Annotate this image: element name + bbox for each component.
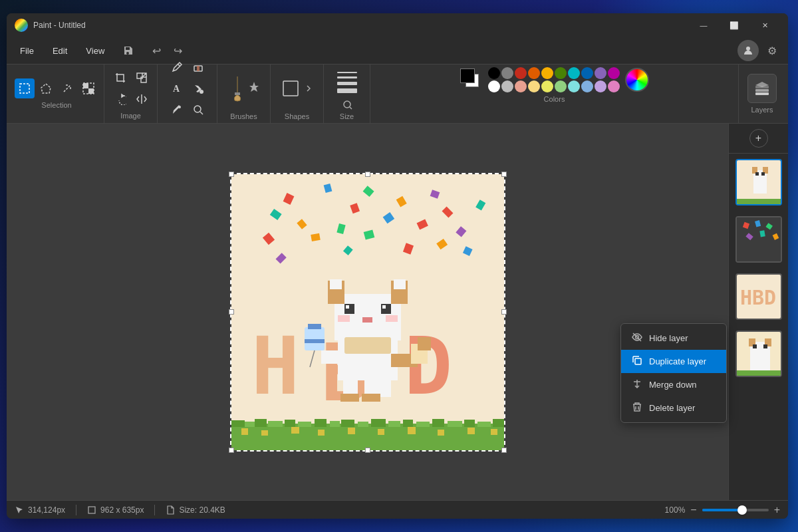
svg-rect-97: [378, 429, 384, 435]
color-selector[interactable]: [460, 68, 483, 91]
svg-rect-50: [394, 279, 406, 289]
color-picker-tool[interactable]: [167, 100, 187, 120]
zoom-thumb[interactable]: [737, 505, 747, 515]
context-hide-layer-label: Hide layer: [649, 333, 688, 343]
svg-rect-126: [737, 370, 782, 377]
color-green-dark[interactable]: [555, 67, 567, 79]
flip-tool[interactable]: [132, 89, 152, 109]
text-tool[interactable]: A: [167, 78, 187, 98]
selection-invert-tool[interactable]: [78, 78, 98, 98]
file-size: Size: 20.4KB: [166, 505, 225, 515]
svg-rect-124: [763, 344, 767, 348]
svg-rect-17: [755, 89, 769, 92]
svg-rect-130: [88, 507, 95, 513]
svg-rect-74: [245, 422, 255, 427]
fill-tool[interactable]: [188, 78, 208, 98]
svg-rect-81: [341, 420, 354, 427]
color-pink[interactable]: [515, 80, 527, 92]
svg-rect-76: [268, 421, 283, 427]
layer-3-thumbnail[interactable]: HBD: [735, 273, 782, 320]
selection-rect-tool[interactable]: [15, 78, 35, 98]
shapes-group: Shapes: [271, 65, 324, 123]
color-yellow-dark[interactable]: [541, 67, 553, 79]
menu-file[interactable]: File: [12, 43, 42, 59]
rotate-tool[interactable]: [110, 89, 130, 109]
copy-icon: [632, 355, 642, 368]
resize-tool[interactable]: [132, 68, 152, 88]
svg-rect-80: [330, 421, 340, 427]
context-merge-down[interactable]: Merge down: [621, 373, 726, 396]
zoom-slider[interactable]: [702, 509, 769, 511]
selection-free-tool[interactable]: [36, 78, 56, 98]
svg-rect-107: [761, 172, 765, 176]
color-light-purple[interactable]: [595, 80, 606, 92]
eraser-tool[interactable]: [188, 57, 208, 77]
color-purple[interactable]: [595, 67, 606, 79]
svg-rect-78: [298, 422, 311, 427]
color-light-cyan[interactable]: [568, 80, 580, 92]
context-duplicate-layer[interactable]: Duplicate layer: [621, 350, 726, 373]
undo-button[interactable]: ↩: [147, 41, 166, 60]
color-cyan-dark[interactable]: [568, 67, 580, 79]
color-light-green[interactable]: [555, 80, 567, 92]
svg-rect-70: [305, 339, 325, 343]
color-picker-wheel[interactable]: [625, 68, 649, 92]
menu-view[interactable]: View: [78, 43, 112, 59]
svg-rect-94: [291, 427, 299, 434]
color-orange[interactable]: [528, 67, 540, 79]
layer-1-thumbnail[interactable]: [735, 159, 782, 205]
crop-tool[interactable]: [110, 68, 130, 88]
color-light-magenta[interactable]: [608, 80, 620, 92]
context-delete-layer[interactable]: Delete layer: [621, 396, 726, 420]
close-button[interactable]: ✕: [749, 13, 780, 37]
color-light-gray[interactable]: [501, 80, 513, 92]
profile-button[interactable]: [737, 40, 759, 61]
selection-group: Selection: [9, 65, 104, 123]
svg-rect-1: [20, 84, 29, 93]
size-text: Size: 20.4KB: [179, 505, 225, 515]
color-gray[interactable]: [501, 67, 513, 79]
maximize-button[interactable]: ⬜: [719, 13, 749, 37]
context-hide-layer[interactable]: Hide layer: [621, 327, 726, 350]
canvas-area: H B D: [7, 124, 788, 500]
color-light-blue[interactable]: [581, 80, 593, 92]
status-sep-2: [154, 505, 155, 515]
settings-button[interactable]: ⚙: [761, 40, 783, 61]
canvas-dimensions: 962 x 635px: [87, 505, 144, 515]
zoom-in-button[interactable]: +: [774, 504, 780, 516]
add-layer-button[interactable]: +: [749, 129, 768, 148]
svg-rect-85: [403, 420, 413, 427]
color-magenta[interactable]: [608, 67, 620, 79]
drawing-surface[interactable]: H B D: [231, 174, 504, 450]
svg-rect-2: [83, 83, 88, 88]
color-yellow[interactable]: [541, 80, 553, 92]
svg-rect-89: [464, 420, 475, 427]
zoom-tool[interactable]: [188, 100, 208, 120]
zoom-out-button[interactable]: −: [690, 504, 696, 516]
selection-magic-tool[interactable]: [57, 78, 77, 98]
color-red[interactable]: [515, 67, 527, 79]
color-blue-dark[interactable]: [581, 67, 593, 79]
layer-4-thumbnail[interactable]: [735, 331, 782, 377]
image-group: Image: [104, 65, 158, 123]
color-light-yellow[interactable]: [528, 80, 540, 92]
svg-rect-69: [308, 324, 321, 329]
layers-button[interactable]: [747, 74, 777, 103]
svg-rect-61: [418, 337, 431, 350]
main-canvas[interactable]: H B D: [7, 124, 728, 500]
layer-2-thumbnail[interactable]: [735, 216, 782, 263]
menu-edit[interactable]: Edit: [45, 43, 75, 59]
save-button[interactable]: [118, 41, 139, 60]
brushes-label: Brushes: [230, 112, 257, 120]
canvas-image: H B D: [231, 174, 504, 450]
cursor-coords: 314,124px: [28, 505, 65, 515]
pencil-tool[interactable]: [167, 57, 187, 77]
color-white[interactable]: [488, 80, 500, 92]
brushes-group: Brushes: [217, 65, 271, 123]
svg-text:HBD: HBD: [740, 286, 776, 309]
color-black[interactable]: [488, 67, 500, 79]
svg-rect-66: [362, 394, 380, 402]
toolbar: Selection: [7, 64, 788, 124]
svg-rect-72: [231, 424, 504, 450]
minimize-button[interactable]: —: [688, 13, 719, 37]
